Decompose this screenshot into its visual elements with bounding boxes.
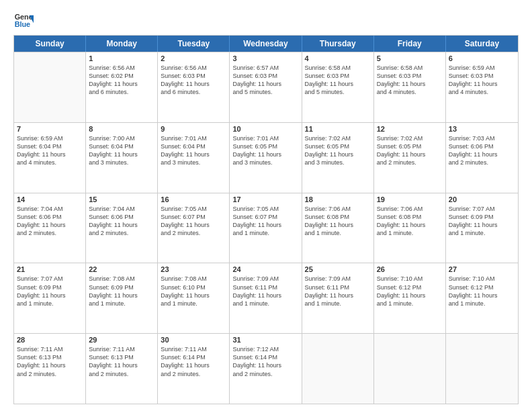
day-number: 18: [305, 195, 371, 203]
day-number: 13: [449, 125, 515, 133]
calendar-cell: 26Sunrise: 7:10 AM Sunset: 6:12 PM Dayli…: [374, 263, 446, 333]
day-number: 7: [17, 125, 83, 133]
calendar-cell: 29Sunrise: 7:11 AM Sunset: 6:13 PM Dayli…: [86, 334, 158, 404]
calendar-cell: 23Sunrise: 7:08 AM Sunset: 6:10 PM Dayli…: [158, 263, 230, 333]
day-number: 17: [232, 195, 298, 203]
weekday-header: Saturday: [446, 36, 518, 52]
calendar-cell: 11Sunrise: 7:02 AM Sunset: 6:05 PM Dayli…: [302, 123, 374, 193]
calendar-cell: 16Sunrise: 7:05 AM Sunset: 6:07 PM Dayli…: [158, 193, 230, 263]
day-number: 20: [449, 195, 515, 203]
calendar: SundayMondayTuesdayWednesdayThursdayFrid…: [13, 35, 519, 404]
calendar-cell: 25Sunrise: 7:09 AM Sunset: 6:11 PM Dayli…: [302, 263, 374, 333]
calendar-cell: 27Sunrise: 7:10 AM Sunset: 6:12 PM Dayli…: [446, 263, 518, 333]
calendar-cell: 2Sunrise: 6:56 AM Sunset: 6:03 PM Daylig…: [158, 52, 230, 122]
day-info: Sunrise: 6:56 AM Sunset: 6:03 PM Dayligh…: [161, 64, 226, 97]
day-number: 31: [232, 336, 298, 344]
day-number: 16: [161, 195, 226, 203]
calendar-cell: 4Sunrise: 6:58 AM Sunset: 6:03 PM Daylig…: [302, 52, 374, 122]
day-info: Sunrise: 7:09 AM Sunset: 6:11 PM Dayligh…: [232, 275, 298, 308]
calendar-cell: 5Sunrise: 6:58 AM Sunset: 6:03 PM Daylig…: [374, 52, 446, 122]
calendar-cell: 7Sunrise: 6:59 AM Sunset: 6:04 PM Daylig…: [14, 123, 86, 193]
day-number: 27: [449, 265, 515, 273]
day-info: Sunrise: 7:11 AM Sunset: 6:14 PM Dayligh…: [161, 345, 226, 378]
day-info: Sunrise: 7:01 AM Sunset: 6:05 PM Dayligh…: [232, 134, 298, 167]
calendar-cell: [374, 334, 446, 404]
calendar-cell: [446, 334, 518, 404]
calendar-cell: 22Sunrise: 7:08 AM Sunset: 6:09 PM Dayli…: [86, 263, 158, 333]
day-info: Sunrise: 7:08 AM Sunset: 6:10 PM Dayligh…: [161, 275, 226, 308]
day-info: Sunrise: 7:02 AM Sunset: 6:05 PM Dayligh…: [305, 134, 371, 167]
calendar-cell: 14Sunrise: 7:04 AM Sunset: 6:06 PM Dayli…: [14, 193, 86, 263]
day-info: Sunrise: 7:06 AM Sunset: 6:08 PM Dayligh…: [305, 205, 371, 238]
day-number: 6: [449, 54, 515, 62]
day-info: Sunrise: 6:56 AM Sunset: 6:02 PM Dayligh…: [89, 64, 154, 97]
day-number: 21: [17, 265, 83, 273]
day-info: Sunrise: 7:01 AM Sunset: 6:04 PM Dayligh…: [161, 134, 226, 167]
day-number: 23: [161, 265, 226, 273]
day-number: 15: [89, 195, 154, 203]
day-number: 5: [377, 54, 443, 62]
calendar-row: 21Sunrise: 7:07 AM Sunset: 6:09 PM Dayli…: [14, 263, 518, 333]
day-info: Sunrise: 7:07 AM Sunset: 6:09 PM Dayligh…: [17, 275, 83, 308]
day-number: 4: [305, 54, 371, 62]
day-number: 19: [377, 195, 443, 203]
calendar-row: 28Sunrise: 7:11 AM Sunset: 6:13 PM Dayli…: [14, 333, 518, 404]
day-info: Sunrise: 6:59 AM Sunset: 6:03 PM Dayligh…: [449, 64, 515, 97]
calendar-cell: 24Sunrise: 7:09 AM Sunset: 6:11 PM Dayli…: [230, 263, 302, 333]
calendar-cell: 10Sunrise: 7:01 AM Sunset: 6:05 PM Dayli…: [230, 123, 302, 193]
calendar-cell: 17Sunrise: 7:05 AM Sunset: 6:07 PM Dayli…: [230, 193, 302, 263]
day-info: Sunrise: 7:10 AM Sunset: 6:12 PM Dayligh…: [377, 275, 443, 308]
weekday-header: Monday: [86, 36, 158, 52]
day-number: 12: [377, 125, 443, 133]
logo-icon: General Blue: [13, 11, 34, 31]
day-number: 26: [377, 265, 443, 273]
calendar-cell: 21Sunrise: 7:07 AM Sunset: 6:09 PM Dayli…: [14, 263, 86, 333]
day-info: Sunrise: 7:04 AM Sunset: 6:06 PM Dayligh…: [89, 205, 154, 238]
day-number: 9: [161, 125, 226, 133]
calendar-cell: [302, 334, 374, 404]
calendar-cell: 3Sunrise: 6:57 AM Sunset: 6:03 PM Daylig…: [230, 52, 302, 122]
day-number: 10: [232, 125, 298, 133]
day-info: Sunrise: 7:00 AM Sunset: 6:04 PM Dayligh…: [89, 134, 154, 167]
day-info: Sunrise: 7:04 AM Sunset: 6:06 PM Dayligh…: [17, 205, 83, 238]
calendar-cell: 30Sunrise: 7:11 AM Sunset: 6:14 PM Dayli…: [158, 334, 230, 404]
day-info: Sunrise: 7:11 AM Sunset: 6:13 PM Dayligh…: [17, 345, 83, 378]
day-info: Sunrise: 7:03 AM Sunset: 6:06 PM Dayligh…: [449, 134, 515, 167]
calendar-cell: 1Sunrise: 6:56 AM Sunset: 6:02 PM Daylig…: [86, 52, 158, 122]
calendar-row: 14Sunrise: 7:04 AM Sunset: 6:06 PM Dayli…: [14, 193, 518, 263]
day-info: Sunrise: 7:09 AM Sunset: 6:11 PM Dayligh…: [305, 275, 371, 308]
calendar-row: 1Sunrise: 6:56 AM Sunset: 6:02 PM Daylig…: [14, 52, 518, 122]
day-info: Sunrise: 7:06 AM Sunset: 6:08 PM Dayligh…: [377, 205, 443, 238]
day-info: Sunrise: 6:58 AM Sunset: 6:03 PM Dayligh…: [377, 64, 443, 97]
day-info: Sunrise: 7:05 AM Sunset: 6:07 PM Dayligh…: [232, 205, 298, 238]
weekday-header: Wednesday: [230, 36, 302, 52]
day-number: 2: [161, 54, 226, 62]
weekday-header: Sunday: [14, 36, 86, 52]
weekday-header: Tuesday: [158, 36, 230, 52]
day-number: 11: [305, 125, 371, 133]
day-number: 25: [305, 265, 371, 273]
day-info: Sunrise: 7:11 AM Sunset: 6:13 PM Dayligh…: [89, 345, 154, 378]
calendar-cell: 6Sunrise: 6:59 AM Sunset: 6:03 PM Daylig…: [446, 52, 518, 122]
calendar-cell: 31Sunrise: 7:12 AM Sunset: 6:14 PM Dayli…: [230, 334, 302, 404]
calendar-row: 7Sunrise: 6:59 AM Sunset: 6:04 PM Daylig…: [14, 122, 518, 193]
day-info: Sunrise: 7:12 AM Sunset: 6:14 PM Dayligh…: [232, 345, 298, 378]
day-number: 22: [89, 265, 154, 273]
day-number: 30: [161, 336, 226, 344]
svg-text:Blue: Blue: [15, 20, 30, 28]
calendar-cell: 18Sunrise: 7:06 AM Sunset: 6:08 PM Dayli…: [302, 193, 374, 263]
calendar-header: SundayMondayTuesdayWednesdayThursdayFrid…: [14, 36, 518, 52]
day-info: Sunrise: 6:57 AM Sunset: 6:03 PM Dayligh…: [232, 64, 298, 97]
day-number: 24: [232, 265, 298, 273]
page: General Blue SundayMondayTuesdayWednesda…: [0, 0, 532, 411]
calendar-cell: 13Sunrise: 7:03 AM Sunset: 6:06 PM Dayli…: [446, 123, 518, 193]
day-info: Sunrise: 7:02 AM Sunset: 6:05 PM Dayligh…: [377, 134, 443, 167]
day-number: 3: [232, 54, 298, 62]
calendar-cell: 19Sunrise: 7:06 AM Sunset: 6:08 PM Dayli…: [374, 193, 446, 263]
day-info: Sunrise: 7:08 AM Sunset: 6:09 PM Dayligh…: [89, 275, 154, 308]
calendar-cell: 8Sunrise: 7:00 AM Sunset: 6:04 PM Daylig…: [86, 123, 158, 193]
day-info: Sunrise: 7:07 AM Sunset: 6:09 PM Dayligh…: [449, 205, 515, 238]
day-info: Sunrise: 6:59 AM Sunset: 6:04 PM Dayligh…: [17, 134, 83, 167]
day-number: 28: [17, 336, 83, 344]
calendar-cell: 9Sunrise: 7:01 AM Sunset: 6:04 PM Daylig…: [158, 123, 230, 193]
